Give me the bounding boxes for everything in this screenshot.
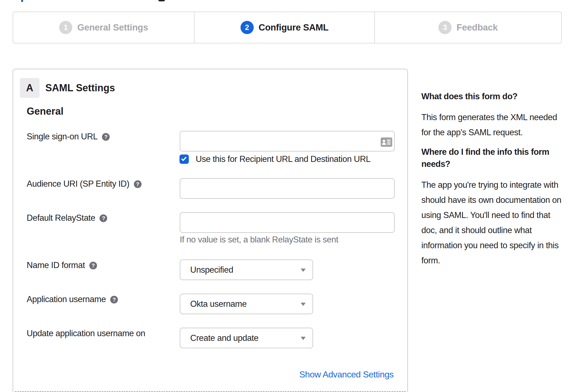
wizard-stepper: 1 General Settings 2 Configure SAML 3 Fe… — [13, 12, 562, 43]
default-relaystate-input[interactable] — [180, 212, 395, 233]
sidebar-heading-1: What does this form do? — [421, 90, 575, 103]
help-icon[interactable]: ? — [102, 133, 110, 141]
checkmark-icon — [181, 156, 187, 161]
contact-card-icon — [381, 137, 392, 147]
recipient-url-checkbox-label: Use this for Recipient URL and Destinati… — [196, 154, 371, 164]
sidebar-paragraph-2: The app you're trying to integrate with … — [421, 177, 575, 268]
step-configure-saml[interactable]: 2 Configure SAML — [194, 12, 375, 43]
step-2-label: Configure SAML — [259, 22, 328, 33]
name-id-format-select[interactable]: Unspecified — [180, 260, 313, 280]
update-app-username-label-text: Update application username on — [27, 328, 145, 338]
step-feedback[interactable]: 3 Feedback — [375, 12, 561, 43]
update-app-username-select[interactable]: Create and update — [180, 328, 313, 348]
application-username-field-wrap: Okta username — [180, 294, 313, 314]
saml-settings-panel: A SAML Settings General Single sign-on U… — [13, 69, 408, 392]
panel-title: SAML Settings — [45, 78, 115, 98]
help-icon[interactable]: ? — [134, 180, 142, 188]
clipped-header-fragment-black — [158, 0, 165, 1]
section-badge: A — [20, 78, 40, 98]
single-sign-on-url-label-text: Single sign-on URL — [27, 132, 98, 141]
recipient-url-checkbox-row: Use this for Recipient URL and Destinati… — [179, 154, 371, 164]
application-username-label-text: Application username — [27, 294, 106, 304]
default-relaystate-label-text: Default RelayState — [27, 213, 95, 223]
update-app-username-value: Create and update — [190, 328, 258, 348]
help-icon[interactable]: ? — [99, 214, 107, 222]
name-id-format-field-wrap: Unspecified — [180, 260, 313, 280]
help-icon[interactable]: ? — [89, 262, 97, 269]
chevron-down-icon — [301, 337, 306, 340]
step-general-settings[interactable]: 1 General Settings — [13, 12, 194, 43]
application-username-select[interactable]: Okta username — [180, 294, 313, 314]
single-sign-on-url-label: Single sign-on URL? — [27, 131, 110, 142]
update-app-username-label: Update application username on — [27, 328, 145, 339]
chevron-down-icon — [301, 303, 306, 306]
audience-uri-field-wrap — [180, 178, 395, 199]
audience-uri-label: Audience URI (SP Entity ID)? — [27, 178, 142, 190]
recipient-url-checkbox[interactable] — [179, 154, 189, 164]
name-id-format-label: Name ID format? — [27, 260, 97, 271]
step-1-label: General Settings — [77, 22, 148, 33]
default-relaystate-label: Default RelayState? — [27, 212, 107, 224]
step-3-label: Feedback — [457, 22, 498, 33]
relaystate-hint: If no value is set, a blank RelayState i… — [180, 235, 338, 245]
application-username-label: Application username? — [27, 294, 118, 305]
group-heading-general: General — [27, 106, 63, 117]
step-2-number: 2 — [240, 21, 254, 34]
chevron-down-icon — [301, 269, 306, 272]
sidebar-heading-2: Where do I find the info this form needs… — [421, 146, 575, 170]
clipped-header-fragment-blue — [21, 0, 23, 2]
sidebar-paragraph-1: This form generates the XML needed for t… — [421, 110, 575, 140]
name-id-format-label-text: Name ID format — [27, 260, 85, 270]
name-id-format-value: Unspecified — [190, 260, 233, 280]
audience-uri-label-text: Audience URI (SP Entity ID) — [27, 179, 129, 189]
step-3-number: 3 — [438, 21, 452, 34]
help-sidebar: What does this form do? This form genera… — [421, 90, 575, 274]
application-username-value: Okta username — [190, 294, 247, 314]
configure-saml-page: 1 General Settings 2 Configure SAML 3 Fe… — [0, 0, 575, 392]
show-advanced-settings-link[interactable]: Show Advanced Settings — [299, 369, 394, 380]
audience-uri-input[interactable] — [180, 178, 395, 199]
step-1-number: 1 — [59, 21, 72, 34]
help-icon[interactable]: ? — [110, 296, 118, 303]
single-sign-on-url-input[interactable] — [180, 131, 395, 151]
single-sign-on-url-field-wrap — [180, 131, 395, 151]
default-relaystate-field-wrap — [180, 212, 395, 233]
update-app-username-field-wrap: Create and update — [180, 328, 313, 348]
